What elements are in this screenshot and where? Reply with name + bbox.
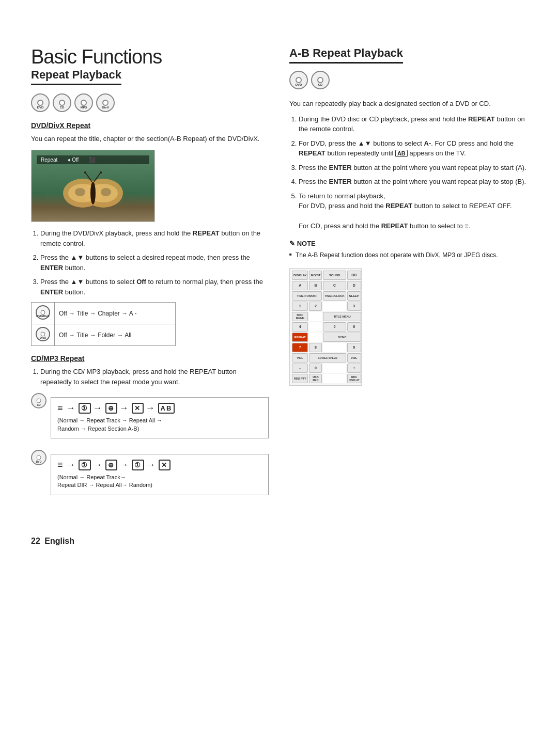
remote-btn-sleep: SLEEP bbox=[347, 291, 361, 301]
dvd-steps-list: During the DVD/DivX playback, press and … bbox=[31, 228, 269, 297]
svg-point-7 bbox=[84, 171, 86, 174]
overlay-icon: ⬛ bbox=[89, 157, 95, 163]
remote-btn-vol-label2: VOL bbox=[347, 353, 361, 363]
dvd-step-1: During the DVD/DivX playback, press and … bbox=[40, 228, 269, 248]
page-layout: Basic Functions Repeat Playback DVD CD M… bbox=[31, 46, 527, 506]
remote-btn-sound: SOUND bbox=[323, 271, 346, 280]
remote-btn-cd-rec: CD REC SPEED bbox=[309, 353, 346, 363]
remote-btn-empty7 bbox=[323, 374, 346, 383]
disc-icons-right: DVD CD bbox=[289, 71, 527, 89]
remote-btn-timer-onoff: TIMER ON/OFF bbox=[292, 291, 322, 301]
table-row: DivX Off → Title → Folder → All bbox=[32, 324, 176, 346]
dvd-divx-heading: DVD/DivX Repeat bbox=[31, 121, 269, 130]
remote-btn-rds-display: RDS DISPLAY bbox=[347, 374, 361, 383]
remote-btn-title-menu: TITLE MENU bbox=[323, 312, 361, 321]
remote-btn-vol-label: VOL bbox=[292, 353, 308, 363]
dvd-mode-text: (Normal → Repeat Track→ Repeat DIR → Rep… bbox=[57, 474, 262, 490]
table-cell-disc2: DivX bbox=[32, 324, 55, 346]
ab-step-2: For DVD, press the ▲▼ buttons to select … bbox=[299, 138, 527, 159]
remote-btn-5: 5 bbox=[323, 322, 346, 332]
remote-btn-6: 6 bbox=[347, 322, 361, 332]
remote-btn-empty3 bbox=[309, 322, 322, 332]
divx-disc-icon: DivX bbox=[36, 327, 50, 341]
dvd-mode-disc-icon: DVD bbox=[31, 450, 47, 465]
table-cell-disc1: DVD/DivX bbox=[32, 303, 55, 324]
page-number: 22 bbox=[31, 537, 40, 545]
butterfly-svg bbox=[62, 167, 124, 219]
remote-btn-2: 2 bbox=[309, 302, 322, 311]
remote-btn-usb-rec: USB REC bbox=[309, 374, 322, 383]
overlay-off-label: ♦ Off bbox=[68, 157, 79, 163]
remote-btn-repeat: REPEAT bbox=[292, 333, 308, 342]
remote-btn-empty2 bbox=[309, 312, 322, 321]
right-section-title: A-B Repeat Playback bbox=[289, 46, 403, 64]
section-title-large: Basic Functions bbox=[31, 46, 269, 68]
right-column: A-B Repeat Playback DVD CD You can repea… bbox=[289, 46, 527, 386]
note-title: NOTE bbox=[289, 240, 527, 247]
cd-step-1: During the CD/ MP3 playback, press and h… bbox=[40, 367, 269, 387]
dvd-step-2: Press the ▲▼ buttons to select a desired… bbox=[40, 253, 269, 273]
remote-btn-bd: BD bbox=[347, 271, 361, 280]
dvd-playback-image: Repeat ♦ Off ⬛ bbox=[31, 150, 155, 222]
cd-mp3-heading: CD/MP3 Repeat bbox=[31, 354, 269, 363]
disc-cd: CD bbox=[53, 93, 71, 112]
repeat-mode-table: DVD/DivX Off → Title → Chapter → A - Div… bbox=[31, 302, 176, 346]
disc-dvd: DVD bbox=[31, 93, 50, 112]
cd-steps-list: During the CD/ MP3 playback, press and h… bbox=[31, 367, 269, 387]
remote-btn-display: DISPLAY bbox=[292, 271, 308, 280]
table-cell-flow2: Off → Title → Folder → All bbox=[55, 324, 176, 346]
dvd-step-3: Press the ▲▼ buttons to select Off to re… bbox=[40, 277, 269, 297]
dvd-mode-flow-box: ≡→ ①→ ⊕→ ①→ ✕ (Normal → Repeat Track→ Re… bbox=[51, 454, 269, 495]
remote-btn-plus: + bbox=[347, 364, 361, 373]
remote-control-image: DISPLAY MO/ST SOUND BD A B C D TIMER ON/… bbox=[289, 268, 362, 386]
ab-step-1: During the DVD disc or CD playback, pres… bbox=[299, 114, 527, 134]
remote-btn-d: D bbox=[347, 281, 361, 290]
remote-btn-empty4 bbox=[309, 333, 322, 342]
remote-btn-7: 7 bbox=[292, 343, 308, 352]
svg-point-4 bbox=[90, 182, 96, 204]
image-overlay: Repeat ♦ Off ⬛ bbox=[37, 155, 149, 164]
remote-btn-empty6 bbox=[323, 364, 346, 373]
ab-step-4: Press the ENTER button at the point wher… bbox=[299, 177, 527, 187]
ab-steps-list: During the DVD disc or CD playback, pres… bbox=[289, 114, 527, 231]
svg-point-8 bbox=[100, 171, 102, 174]
right-intro: You can repeatedly play back a designate… bbox=[289, 99, 527, 109]
ab-step-3: Press the ENTER button at the point wher… bbox=[299, 163, 527, 173]
note-item-1: The A-B Repeat function does not operate… bbox=[289, 250, 527, 260]
mode-row-dvd: DVD ≡→ ①→ ⊕→ ①→ ✕ (Normal → Repeat Track… bbox=[31, 449, 269, 500]
remote-btn-rds-pty: RDS PTY bbox=[292, 374, 308, 383]
remote-btn-0: 0 bbox=[309, 364, 322, 373]
table-cell-flow1: Off → Title → Chapter → A - bbox=[55, 303, 176, 324]
remote-grid: DISPLAY MO/ST SOUND BD A B C D TIMER ON/… bbox=[292, 271, 359, 383]
remote-btn-8: 8 bbox=[309, 343, 322, 352]
remote-btn-minus: - bbox=[292, 364, 308, 373]
disc-icons-left: DVD CD MP3 DivX bbox=[31, 93, 269, 112]
remote-btn-empty1 bbox=[323, 302, 346, 311]
remote-btn-c: C bbox=[323, 281, 346, 290]
remote-btn-timer-clock: TIMER/CLOCK bbox=[323, 291, 346, 301]
svg-point-10 bbox=[101, 188, 111, 196]
left-column: Basic Functions Repeat Playback DVD CD M… bbox=[31, 46, 269, 506]
page-footer: 22 English bbox=[31, 537, 527, 546]
remote-btn-1: 1 bbox=[292, 302, 308, 311]
svg-point-9 bbox=[75, 188, 85, 196]
cd-mode-text: (Normal → Repeat Track → Repeat All → Ra… bbox=[57, 417, 262, 433]
dvd-mode-icons: ≡→ ①→ ⊕→ ①→ ✕ bbox=[57, 460, 262, 470]
dvd-divx-disc-icon: DVD/DivX bbox=[36, 305, 50, 320]
remote-btn-b: B bbox=[309, 281, 322, 290]
remote-btn-sync: SYNC bbox=[323, 333, 361, 342]
ab-step-5: To return to normal playback,For DVD, pr… bbox=[299, 191, 527, 231]
disc-dvd-right: DVD bbox=[289, 71, 308, 89]
section-subtitle: Repeat Playback bbox=[31, 68, 121, 85]
remote-btn-a: A bbox=[292, 281, 308, 290]
remote-btn-disc-menu: DISC MENU bbox=[292, 312, 308, 321]
note-list: The A-B Repeat function does not operate… bbox=[289, 250, 527, 260]
disc-divx: DivX bbox=[96, 93, 115, 112]
cd-mode-icons: ≡→ ①→ ⊕→ ✕→ AB bbox=[57, 403, 262, 414]
table-row: DVD/DivX Off → Title → Chapter → A - bbox=[32, 303, 176, 324]
cd-mode-disc-icon: CD bbox=[31, 393, 47, 408]
dvd-divx-body: You can repeat the title, chapter or the… bbox=[31, 134, 269, 144]
mode-row-cd: CD ≡→ ①→ ⊕→ ✕→ AB (Normal → Repeat Track… bbox=[31, 392, 269, 444]
remote-btn-9: 9 bbox=[347, 343, 361, 352]
cd-mode-flow-box: ≡→ ①→ ⊕→ ✕→ AB (Normal → Repeat Track → … bbox=[51, 397, 269, 438]
